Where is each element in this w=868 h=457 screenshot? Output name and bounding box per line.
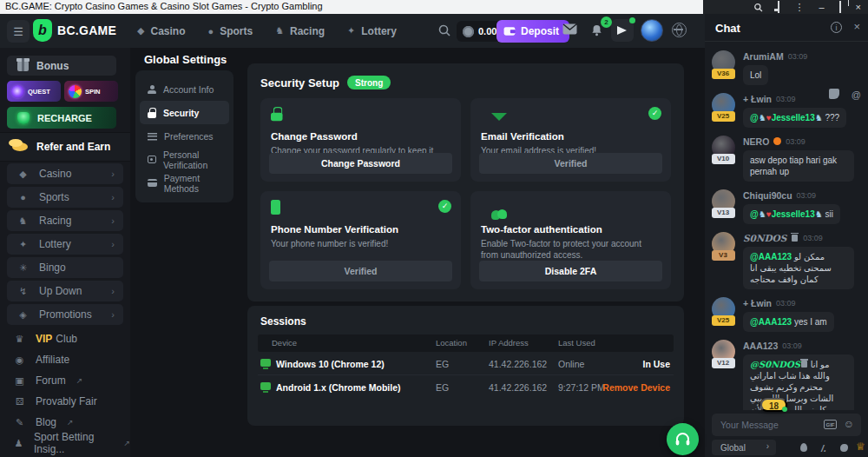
browser-menu-icon[interactable]: ⋮ — [794, 0, 804, 14]
deposit-button[interactable]: Deposit — [496, 20, 569, 43]
sessions-table-header: Device Location IP Address Last Used — [258, 334, 674, 352]
sidebar-link[interactable]: ⚄ Provably Fair ↗ — [0, 391, 130, 412]
nav-tab-icon: ✦ — [347, 25, 355, 36]
chat-username[interactable]: + Łwin — [743, 298, 772, 308]
settings-menu-item[interactable]: Account Info — [140, 77, 229, 101]
session-action[interactable]: Remove Device — [602, 382, 670, 393]
minimize-button[interactable]: – — [819, 0, 824, 14]
sidebar-link-icon: ✎ — [14, 417, 25, 428]
medal-icon — [773, 137, 781, 145]
sidebar-menu-item[interactable]: ◈ Promotions › — [7, 304, 123, 325]
sidebar-menu-item[interactable]: ◆ Casino › — [7, 163, 123, 184]
chat-message: V36 ArumiAM 03:09 Lol — [710, 50, 863, 85]
chat-room-selector[interactable]: Global › — [712, 440, 776, 455]
chat-quick-actions: @ — [829, 89, 861, 101]
message-input[interactable] — [720, 414, 816, 436]
support-button[interactable] — [667, 423, 699, 455]
bcgame-logo-text[interactable]: BC.GAME — [57, 23, 116, 37]
refer-and-earn[interactable]: Refer and Earn — [0, 132, 130, 162]
card-action-button[interactable]: Verified — [269, 261, 452, 281]
nav-tab[interactable]: ♞ Racing — [275, 25, 325, 37]
emoji-icon[interactable]: ☺ — [844, 418, 854, 430]
settings-menu-item[interactable]: Security — [140, 101, 229, 124]
globe-icon[interactable] — [672, 23, 687, 37]
sidebar-link[interactable]: ✎ Blog ↗ — [0, 412, 130, 433]
sidebar-link[interactable]: ▣ Forum ↗ — [0, 370, 130, 391]
slash-commands-icon[interactable]: /. — [821, 441, 826, 454]
spin-button[interactable]: SPIN — [64, 81, 118, 102]
external-link-icon: ↗ — [123, 439, 130, 447]
picture-in-picture-icon[interactable] — [778, 0, 779, 14]
level-badge: V13 — [712, 208, 735, 218]
bonus-button[interactable]: Bonus — [7, 56, 116, 76]
unicorn-icon: ♞ — [815, 113, 823, 123]
chat-timestamp: 03:09 — [788, 52, 808, 61]
nav-tab[interactable]: ◆ Casino — [137, 25, 185, 37]
settings-item-label: Preferences — [164, 131, 214, 142]
chat-toggle-button[interactable] — [611, 19, 634, 42]
restore-button[interactable] — [839, 0, 841, 14]
sidebar-menu-item[interactable]: ✦ Lottery › — [7, 234, 123, 255]
chat-info-icon[interactable]: i — [831, 22, 842, 33]
col-ip: IP Address — [489, 338, 529, 348]
sticker-icon[interactable] — [829, 89, 839, 101]
chat-panel: Chat i × @ V36 ArumiAM 03:09 Lol V25 + Ł — [705, 14, 868, 457]
chat-message: V13 Chiqui90cu 03:09 @♞♥Jesselle13♞ sii — [710, 189, 863, 224]
mention-at-icon[interactable]: @ — [852, 89, 861, 101]
session-action[interactable]: In Use — [642, 359, 670, 369]
card-action-button[interactable]: Disable 2FA — [479, 261, 662, 281]
sidebar-link-label: Affiliate — [36, 354, 69, 366]
sidebar-item-label: Casino — [39, 168, 71, 180]
chat-username[interactable]: + Łwin — [743, 94, 772, 104]
card-action-button[interactable]: Verified — [479, 153, 662, 174]
inbox-icon[interactable] — [562, 23, 577, 35]
quest-button[interactable]: QUEST — [7, 81, 61, 102]
settings-menu-item[interactable]: Payment Methods — [140, 171, 229, 195]
sidebar-menu-item[interactable]: ♞ Racing › — [7, 210, 123, 231]
rain-icon[interactable] — [800, 441, 807, 454]
security-setup-panel: Security Setup Strong Change Password Ch… — [247, 63, 684, 301]
chat-username[interactable]: Chiqui90cu — [743, 190, 792, 201]
sidebar-link[interactable]: ◉ Affiliate ↗ — [0, 349, 130, 370]
gold-coins-icon — [12, 142, 28, 151]
coin-drop-icon[interactable] — [840, 441, 848, 454]
nav-tab[interactable]: ✦ Lottery — [347, 25, 397, 37]
card-action-button[interactable]: Change Password — [269, 153, 452, 174]
gif-icon[interactable]: GIF — [824, 420, 837, 429]
sidebar-toggle-button[interactable]: ☰ — [7, 20, 30, 43]
chat-timestamp: 03:09 — [803, 234, 823, 242]
sidebar-link-label: Provably Fair — [36, 395, 97, 407]
nav-tab-icon: ● — [207, 26, 214, 36]
sidebar-link-icon: ▣ — [14, 375, 25, 387]
chat-username[interactable]: AAA123 — [743, 341, 778, 351]
user-avatar[interactable] — [641, 19, 663, 42]
nav-tab[interactable]: ● Sports — [207, 25, 253, 37]
sidebar-item-icon: ✳ — [17, 262, 29, 274]
sidebar-link-icon: ◉ — [14, 354, 25, 366]
sidebar-menu-item[interactable]: ✳ Bingo › — [7, 257, 123, 278]
sidebar-link[interactable]: ♟ Sport Betting Insig... ↗ — [0, 433, 130, 454]
trophy-icon[interactable]: ♕ — [856, 440, 865, 453]
settings-menu-item[interactable]: Personal Verification — [140, 148, 229, 171]
recharge-button[interactable]: RECHARGE — [7, 107, 116, 129]
level-badge: V25 — [712, 111, 735, 122]
chat-close-icon[interactable]: × — [853, 20, 860, 33]
chat-username[interactable]: NERO — [743, 136, 769, 147]
bcgame-logo-icon[interactable]: b — [33, 19, 52, 42]
sidebar-menu-item[interactable]: ● Sports › — [7, 187, 123, 208]
chat-username[interactable]: ArumiAM — [743, 51, 784, 62]
settings-item-icon — [148, 179, 157, 187]
session-row: Windows 10 (Chrome 12) EG 41.42.226.162 … — [258, 352, 674, 375]
chat-username[interactable]: S0NDOS — [743, 233, 786, 243]
sidebar-link[interactable]: ♛ VIP Club ↗ — [0, 328, 130, 349]
unread-messages-badge[interactable]: 18 — [760, 398, 787, 412]
search-icon[interactable] — [753, 3, 763, 12]
card-description: Enable Two-factor to protect your accoun… — [481, 238, 661, 261]
close-button[interactable]: × — [856, 0, 861, 14]
card-title: Two-factor authentication — [481, 224, 602, 235]
search-button[interactable] — [437, 23, 451, 37]
card-title: Change Password — [271, 131, 358, 142]
sidebar-menu-item[interactable]: ↯ Up Down › — [7, 281, 123, 301]
col-device: Device — [272, 338, 297, 348]
settings-menu-item[interactable]: Preferences — [140, 124, 229, 148]
